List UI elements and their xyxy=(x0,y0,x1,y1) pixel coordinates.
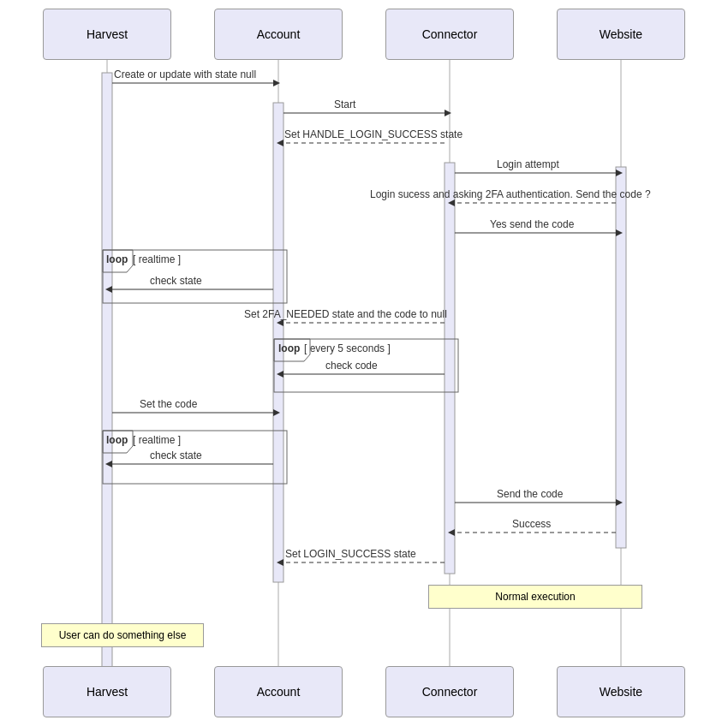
svg-text:check code: check code xyxy=(325,360,378,372)
harvest-top-label: Harvest xyxy=(87,27,128,41)
svg-rect-36 xyxy=(274,339,458,392)
svg-text:[ realtime ]: [ realtime ] xyxy=(133,253,181,265)
svg-text:Login sucess and asking 2FA au: Login sucess and asking 2FA authenticati… xyxy=(370,188,651,200)
website-top-box: Website xyxy=(557,9,685,60)
svg-marker-41 xyxy=(277,371,283,378)
connector-bottom-label: Connector xyxy=(422,685,478,699)
user-note: User can do something else xyxy=(41,623,204,647)
svg-text:Login attempt: Login attempt xyxy=(497,158,559,170)
svg-text:Yes send the code: Yes send the code xyxy=(490,218,575,230)
svg-rect-26 xyxy=(103,250,287,303)
svg-marker-44 xyxy=(273,409,280,416)
svg-rect-4 xyxy=(273,103,283,582)
svg-rect-7 xyxy=(102,73,112,672)
svg-text:Create or update with state nu: Create or update with state null xyxy=(114,68,256,80)
svg-marker-49 xyxy=(103,431,133,453)
svg-text:Set LOGIN_SUCCESS state: Set LOGIN_SUCCESS state xyxy=(285,548,416,560)
account-bottom-label: Account xyxy=(257,685,301,699)
harvest-bottom-label: Harvest xyxy=(87,685,128,699)
account-bottom-box: Account xyxy=(214,666,343,717)
svg-rect-6 xyxy=(616,167,626,548)
website-bottom-box: Website xyxy=(557,666,685,717)
svg-marker-34 xyxy=(277,319,283,326)
svg-text:Set 2FA_NEEDED state and the c: Set 2FA_NEEDED state and the code to nul… xyxy=(244,308,447,320)
svg-marker-54 xyxy=(616,499,623,506)
svg-text:Set the code: Set the code xyxy=(140,398,198,410)
normal-execution-note: Normal execution xyxy=(428,585,642,609)
svg-marker-9 xyxy=(273,80,280,86)
svg-text:loop: loop xyxy=(278,342,300,354)
svg-marker-57 xyxy=(448,529,455,536)
svg-text:loop: loop xyxy=(106,253,128,265)
connector-bottom-box: Connector xyxy=(385,666,514,717)
connector-top-label: Connector xyxy=(422,27,478,41)
connector-top-box: Connector xyxy=(385,9,514,60)
svg-marker-31 xyxy=(105,286,112,293)
arrows-svg: Create or update with state null Start S… xyxy=(0,0,728,726)
account-top-label: Account xyxy=(257,27,301,41)
sequence-diagram: Create or update with state null Start S… xyxy=(0,0,728,726)
account-top-box: Account xyxy=(214,9,343,60)
svg-text:Send the code: Send the code xyxy=(497,488,564,500)
svg-text:[ realtime ]: [ realtime ] xyxy=(133,434,181,446)
svg-text:loop: loop xyxy=(106,434,128,446)
svg-marker-12 xyxy=(445,110,451,116)
svg-text:[ every 5 seconds ]: [ every 5 seconds ] xyxy=(304,342,391,354)
svg-marker-60 xyxy=(277,559,283,566)
user-note-label: User can do something else xyxy=(59,629,187,641)
svg-text:check state: check state xyxy=(150,449,202,461)
svg-marker-39 xyxy=(274,339,310,361)
svg-text:Start: Start xyxy=(334,98,356,110)
harvest-top-box: Harvest xyxy=(43,9,171,60)
svg-text:check state: check state xyxy=(150,275,202,287)
normal-execution-label: Normal execution xyxy=(495,591,575,603)
svg-marker-29 xyxy=(103,250,133,272)
website-bottom-label: Website xyxy=(600,685,642,699)
website-top-label: Website xyxy=(600,27,642,41)
svg-marker-51 xyxy=(105,461,112,467)
svg-marker-15 xyxy=(277,140,283,146)
svg-rect-46 xyxy=(103,431,287,484)
svg-marker-18 xyxy=(616,170,623,176)
svg-marker-21 xyxy=(448,199,455,206)
svg-rect-5 xyxy=(445,163,455,574)
svg-text:Set HANDLE_LOGIN_SUCCESS state: Set HANDLE_LOGIN_SUCCESS state xyxy=(284,128,462,140)
svg-text:Success: Success xyxy=(512,518,551,530)
svg-marker-24 xyxy=(616,229,623,236)
harvest-bottom-box: Harvest xyxy=(43,666,171,717)
